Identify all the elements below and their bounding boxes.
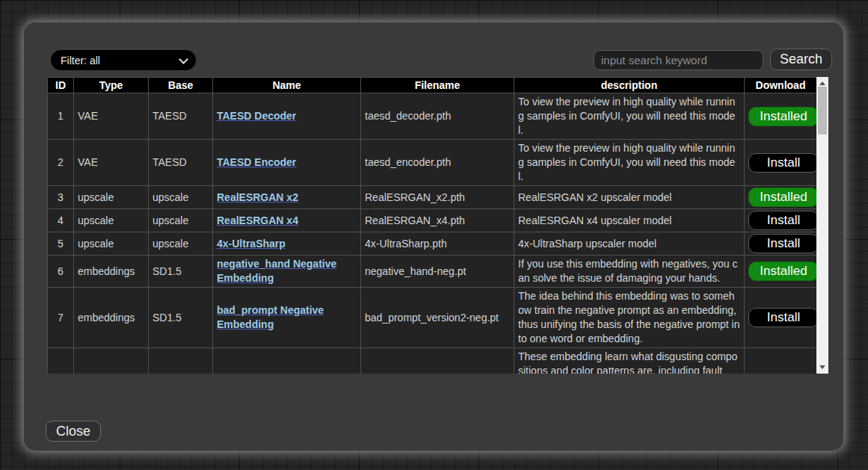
cell-download: Installed	[745, 256, 817, 288]
model-name-link[interactable]: TAESD Encoder	[217, 156, 296, 168]
install-button[interactable]: Install	[748, 153, 819, 173]
cell-id: 7	[48, 288, 74, 348]
model-name-link[interactable]: 4x-UltraSharp	[217, 238, 286, 250]
cell-id: 3	[48, 186, 74, 209]
cell-filename: negative_hand-neg.pt	[361, 256, 514, 288]
cell-filename: bad_prompt_version2-neg.pt	[361, 288, 514, 348]
table-body: 1 VAE TAESD TAESD Decoder taesd_decoder.…	[48, 93, 817, 374]
model-name-link[interactable]: RealESRGAN x4	[217, 214, 298, 226]
header-description: description	[514, 78, 745, 93]
cell-type: VAE	[74, 93, 149, 140]
cell-description: To view the preview in high quality whil…	[514, 140, 745, 186]
cell-base: SD1.5	[149, 288, 213, 348]
cell-type: upscale	[74, 232, 149, 256]
cell-description: If you use this embedding with negatives…	[514, 256, 745, 288]
cell-name: RealESRGAN x4	[213, 209, 361, 232]
cell-name: TAESD Decoder	[213, 93, 361, 140]
cell-base	[149, 348, 213, 374]
cell-download: Install	[745, 232, 817, 256]
cell-type: upscale	[74, 186, 149, 209]
cell-description: RealESRGAN x2 upscaler model	[514, 186, 745, 209]
cell-description: RealESRGAN x4 upscaler model	[514, 209, 745, 232]
header-base: Base	[149, 78, 213, 93]
search-input[interactable]	[594, 50, 763, 70]
scrollbar-down-arrow-icon[interactable]	[819, 365, 825, 369]
table-row: 3 upscale upscale RealESRGAN x2 RealESRG…	[48, 186, 817, 209]
cell-name: TAESD Encoder	[213, 140, 361, 186]
cell-filename: taesd_decoder.pth	[361, 93, 514, 140]
cell-type: embeddings	[74, 288, 149, 348]
model-name-link[interactable]: bad_prompt Negative Embedding	[217, 304, 324, 330]
graph-canvas-background: Filter: all Search ID Type Base Name	[0, 0, 868, 470]
table-row: These embedding learn what disgusting co…	[48, 348, 817, 374]
cell-base: TAESD	[149, 93, 213, 140]
table-row: 1 VAE TAESD TAESD Decoder taesd_decoder.…	[48, 93, 817, 140]
cell-description: To view the preview in high quality whil…	[514, 93, 745, 140]
model-table-container: ID Type Base Name Filename description D…	[47, 77, 828, 374]
installed-button[interactable]: Installed	[748, 262, 819, 281]
cell-name: RealESRGAN x2	[213, 186, 361, 209]
install-button[interactable]: Install	[748, 234, 819, 253]
scrollbar-thumb[interactable]	[818, 87, 827, 134]
cell-name: negative_hand Negative Embedding	[213, 256, 361, 288]
cell-download: Installed	[745, 186, 817, 209]
installed-button[interactable]: Installed	[748, 188, 819, 207]
search-button[interactable]: Search	[770, 49, 832, 70]
cell-download: Install	[745, 288, 817, 348]
cell-type: embeddings	[74, 256, 149, 288]
model-table: ID Type Base Name Filename description D…	[47, 77, 817, 374]
cell-id	[48, 348, 74, 374]
model-name-link[interactable]: RealESRGAN x2	[217, 191, 298, 203]
cell-type: VAE	[74, 140, 149, 186]
cell-type: upscale	[74, 209, 149, 232]
cell-download: Install	[745, 140, 817, 186]
filter-select-wrap: Filter: all	[51, 50, 196, 70]
cell-filename: taesd_encoder.pth	[361, 140, 514, 186]
cell-filename	[361, 348, 514, 374]
installed-button[interactable]: Installed	[748, 107, 819, 126]
header-type: Type	[74, 78, 149, 93]
cell-filename: 4x-UltraSharp.pth	[361, 232, 514, 256]
cell-type	[74, 348, 149, 374]
cell-filename: RealESRGAN_x2.pth	[361, 186, 514, 209]
install-button[interactable]: Install	[748, 308, 819, 327]
cell-filename: RealESRGAN_x4.pth	[361, 209, 514, 232]
model-name-link[interactable]: TAESD Decoder	[217, 110, 296, 122]
cell-download	[745, 348, 817, 374]
scrollbar-up-arrow-icon[interactable]	[819, 81, 825, 85]
cell-id: 1	[48, 93, 74, 140]
header-filename: Filename	[361, 78, 514, 93]
cell-id: 6	[48, 256, 74, 288]
close-button[interactable]: Close	[46, 421, 101, 442]
cell-id: 2	[48, 140, 74, 186]
cell-description: These embedding learn what disgusting co…	[514, 348, 745, 374]
table-row: 6 embeddings SD1.5 negative_hand Negativ…	[48, 256, 817, 288]
model-manager-dialog: Filter: all Search ID Type Base Name	[24, 22, 843, 451]
vertical-scrollbar[interactable]	[816, 77, 828, 374]
cell-download: Installed	[745, 93, 817, 140]
header-id: ID	[48, 78, 74, 93]
cell-download: Install	[745, 209, 817, 232]
model-name-link[interactable]: negative_hand Negative Embedding	[217, 258, 336, 284]
cell-id: 5	[48, 232, 74, 256]
cell-base: TAESD	[149, 140, 213, 186]
cell-id: 4	[48, 209, 74, 232]
cell-base: upscale	[149, 232, 213, 256]
cell-description: 4x-UltraSharp upscaler model	[514, 232, 745, 256]
table-row: 4 upscale upscale RealESRGAN x4 RealESRG…	[48, 209, 817, 232]
cell-name: 4x-UltraSharp	[213, 232, 361, 256]
table-row: 7 embeddings SD1.5 bad_prompt Negative E…	[48, 288, 817, 348]
filter-select[interactable]: Filter: all	[51, 50, 196, 70]
install-button[interactable]: Install	[748, 211, 819, 230]
cell-base: upscale	[149, 186, 213, 209]
table-header-row: ID Type Base Name Filename description D…	[48, 78, 817, 93]
cell-base: upscale	[149, 209, 213, 232]
table-row: 5 upscale upscale 4x-UltraSharp 4x-Ultra…	[48, 232, 817, 256]
cell-name: bad_prompt Negative Embedding	[213, 288, 361, 348]
header-name: Name	[213, 78, 361, 93]
table-row: 2 VAE TAESD TAESD Encoder taesd_encoder.…	[48, 140, 817, 186]
cell-name	[213, 348, 361, 374]
cell-description: The idea behind this embedding was to so…	[514, 288, 745, 348]
header-download: Download	[745, 78, 817, 93]
cell-base: SD1.5	[149, 256, 213, 288]
